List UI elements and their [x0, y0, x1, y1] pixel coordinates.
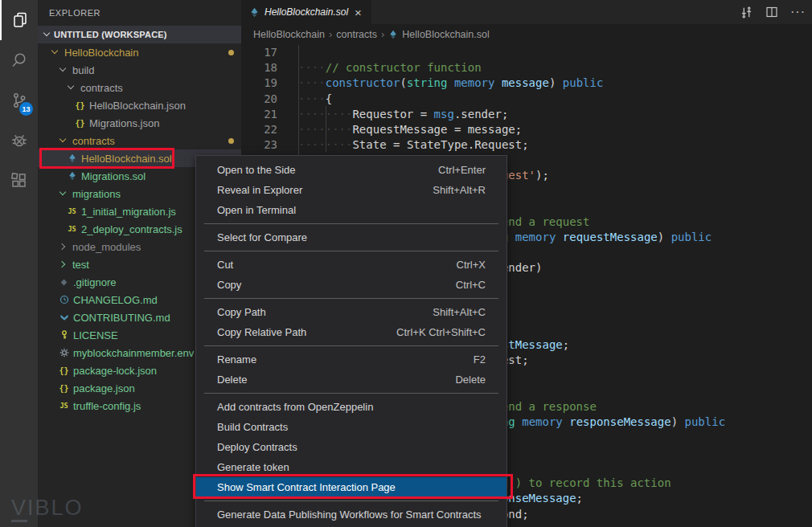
- menu-item-deploy-contracts[interactable]: Deploy Contracts: [196, 437, 506, 457]
- license-key-icon: [59, 330, 69, 340]
- tree-item-label: Migrations.sol: [81, 170, 146, 182]
- menu-item-label: Generate token: [217, 461, 289, 473]
- solidity-file-icon: [68, 153, 77, 163]
- menu-item-delete[interactable]: DeleteDelete: [196, 370, 506, 390]
- menu-separator: [204, 345, 498, 346]
- menu-item-build-contracts[interactable]: Build Contracts: [196, 417, 506, 437]
- json-file-icon: {}: [75, 101, 84, 110]
- tree-item-build[interactable]: build: [38, 61, 241, 79]
- line-number: 20: [241, 92, 277, 105]
- menu-item-shortcut: F2: [474, 353, 486, 366]
- tree-item-contracts[interactable]: contracts: [38, 79, 241, 96]
- code-line: 23········State = StateType.Request;: [241, 137, 529, 152]
- tree-item-label: contracts: [80, 82, 123, 94]
- menu-item-open-in-terminal[interactable]: Open in Terminal: [196, 200, 506, 220]
- breadcrumb-item[interactable]: HelloBlockchain: [253, 29, 325, 40]
- menu-separator: [204, 251, 498, 251]
- tree-item-label: migrations: [72, 188, 121, 200]
- activity-explorer-button[interactable]: [0, 0, 38, 40]
- chevron-down-icon: [41, 28, 54, 41]
- menu-item-shortcut: Ctrl+C: [456, 279, 486, 291]
- tree-item-label: truffle-config.js: [73, 400, 141, 412]
- tree-item-helloblockchain[interactable]: HelloBlockchain: [38, 43, 241, 61]
- menu-item-label: Deploy Contracts: [217, 441, 297, 453]
- tree-item-label: 1_initial_migration.js: [81, 206, 176, 218]
- js-file-icon: JS: [59, 402, 68, 410]
- code-line: 18····// constructor function: [241, 60, 482, 76]
- open-changes-icon[interactable]: [740, 6, 753, 19]
- tab-close-icon[interactable]: ×: [353, 6, 363, 18]
- menu-item-generate-token[interactable]: Generate token: [196, 457, 506, 477]
- menu-item-cut[interactable]: CutCtrl+X: [196, 255, 506, 275]
- menu-item-show-smart-contract-interaction-page[interactable]: Show Smart Contract Interaction Page: [196, 477, 506, 497]
- chevron-down-icon: [65, 81, 78, 94]
- json-file-icon: {}: [75, 119, 84, 128]
- activity-source-control-button[interactable]: 13: [0, 80, 38, 121]
- tree-item-label: .gitignore: [73, 276, 116, 288]
- menu-item-add-contracts-from-openzeppelin[interactable]: Add contracts from OpenZeppelin: [196, 397, 506, 417]
- breadcrumb-item[interactable]: HelloBlockchain.sol: [402, 29, 489, 40]
- menu-item-copy-path[interactable]: Copy PathShift+Alt+C: [196, 302, 506, 322]
- menu-item-shortcut: Shift+Alt+C: [433, 306, 486, 318]
- tree-item-contracts[interactable]: contracts: [38, 132, 241, 149]
- chevron-right-icon: [57, 240, 70, 253]
- menu-item-label: Copy: [217, 279, 241, 291]
- chevron-down-icon: [49, 46, 62, 59]
- tree-item-label: myblockchainmember.env: [73, 347, 194, 359]
- menu-item-label: Rename: [217, 353, 256, 366]
- contributing-icon: [59, 313, 69, 322]
- files-icon: [10, 10, 30, 30]
- tree-item-label: package-lock.json: [73, 365, 157, 377]
- breadcrumb-item[interactable]: contracts: [336, 29, 377, 40]
- line-number: 22: [241, 123, 277, 136]
- line-number: 19: [241, 76, 277, 89]
- menu-item-label: Cut: [217, 259, 233, 271]
- split-editor-icon[interactable]: [765, 6, 778, 18]
- more-actions-icon[interactable]: ···: [790, 5, 806, 19]
- solidity-file-icon: [249, 7, 260, 18]
- menu-item-open-to-the-side[interactable]: Open to the SideCtrl+Enter: [196, 160, 506, 180]
- line-number: 21: [241, 108, 277, 121]
- menu-item-label: Add contracts from OpenZeppelin: [217, 401, 373, 413]
- modified-dot-badge: [228, 50, 234, 55]
- menu-item-shortcut: Delete: [455, 374, 486, 386]
- activity-extensions-button[interactable]: [0, 161, 38, 201]
- breadcrumb: HelloBlockchain › contracts › HelloBlock…: [241, 24, 812, 44]
- code-line: 20····{: [241, 91, 332, 106]
- menu-item-shortcut: Ctrl+Enter: [438, 164, 486, 176]
- tree-item-label: test: [72, 259, 89, 271]
- tree-item-migrations-json[interactable]: {}Migrations.json: [38, 114, 241, 132]
- extensions-icon: [10, 171, 29, 190]
- solidity-file-icon: [388, 30, 398, 39]
- menu-item-reveal-in-explorer[interactable]: Reveal in ExplorerShift+Alt+R: [196, 180, 506, 200]
- tree-item-label: 2_deploy_contracts.js: [81, 223, 182, 235]
- json-file-icon: {}: [59, 366, 68, 375]
- menu-item-label: Copy Path: [217, 306, 266, 318]
- json-file-icon: {}: [59, 384, 68, 393]
- menu-item-copy-relative-path[interactable]: Copy Relative PathCtrl+K Ctrl+Shift+C: [196, 322, 506, 342]
- tab-helloblockchain-sol[interactable]: HelloBlockchain.sol ×: [241, 0, 371, 24]
- line-number: 18: [241, 61, 277, 74]
- tree-item-label: contracts: [72, 135, 115, 147]
- gear-icon: [59, 348, 69, 357]
- search-icon: [10, 51, 29, 70]
- tree-item-helloblockchain-json[interactable]: {}HelloBlockchain.json: [38, 96, 241, 114]
- menu-item-copy[interactable]: CopyCtrl+C: [196, 275, 506, 295]
- code-line: 19····constructor(string memory message)…: [241, 76, 603, 91]
- scm-badge: 13: [19, 102, 33, 116]
- menu-item-rename[interactable]: RenameF2: [196, 349, 506, 370]
- git-file-icon: [59, 278, 68, 287]
- chevron-down-icon: [57, 134, 70, 147]
- menu-item-label: Build Contracts: [217, 421, 288, 433]
- activity-search-button[interactable]: [0, 40, 38, 80]
- menu-item-shortcut: Shift+Alt+R: [433, 184, 486, 196]
- chevron-down-icon: [57, 187, 70, 200]
- workspace-header[interactable]: UNTITLED (WORKSPACE): [38, 26, 241, 43]
- menu-item-generate-data-publishing-workflows-for-smart-contracts[interactable]: Generate Data Publishing Workflows for S…: [196, 505, 506, 525]
- chevron-right-icon: ›: [381, 28, 384, 40]
- menu-separator: [204, 393, 498, 394]
- code-line: 21········Requestor = msg.sender;: [241, 106, 508, 121]
- menu-item-select-for-compare[interactable]: Select for Compare: [196, 227, 506, 247]
- menu-item-label: Open in Terminal: [217, 204, 296, 216]
- activity-debug-button[interactable]: [0, 121, 38, 161]
